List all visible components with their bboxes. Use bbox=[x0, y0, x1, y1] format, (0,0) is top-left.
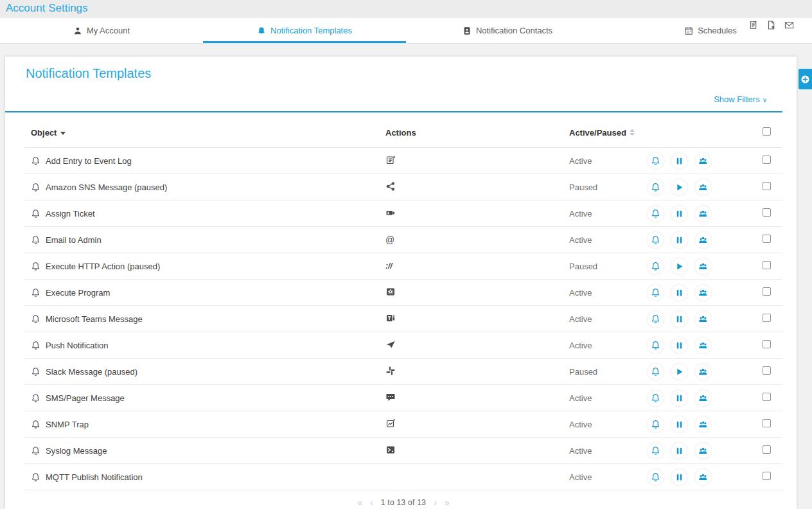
used-by-button[interactable] bbox=[695, 443, 711, 459]
test-notification-button[interactable] bbox=[648, 416, 664, 433]
row-checkbox[interactable] bbox=[763, 156, 771, 164]
tab-notification-templates[interactable]: Notification Templates bbox=[203, 18, 406, 43]
column-header-active-paused[interactable]: Active/Paused bbox=[569, 128, 648, 138]
show-filters-link[interactable]: Show Filters∨ bbox=[714, 94, 767, 104]
test-notification-button[interactable] bbox=[648, 179, 664, 195]
notes-icon[interactable] bbox=[748, 20, 758, 30]
add-template-button[interactable] bbox=[799, 69, 812, 89]
row-checkbox[interactable] bbox=[763, 445, 771, 454]
test-notification-button[interactable] bbox=[648, 232, 664, 248]
test-notification-button[interactable] bbox=[648, 153, 664, 169]
pause-button[interactable] bbox=[671, 469, 687, 485]
template-link[interactable]: SNMP Trap bbox=[24, 420, 385, 429]
teams-icon bbox=[385, 313, 396, 323]
row-checkbox[interactable] bbox=[763, 235, 771, 243]
row-checkbox[interactable] bbox=[763, 287, 771, 296]
last-page-button[interactable]: » bbox=[445, 497, 450, 508]
column-header-object[interactable]: Object bbox=[24, 128, 385, 138]
used-by-button[interactable] bbox=[695, 153, 711, 169]
template-link[interactable]: Execute Program bbox=[24, 288, 385, 298]
column-header-actions[interactable]: Actions bbox=[385, 128, 569, 138]
action-type-icon bbox=[385, 471, 396, 481]
template-link[interactable]: Add Entry to Event Log bbox=[24, 156, 385, 166]
status-text: Active bbox=[569, 420, 648, 429]
test-notification-button[interactable] bbox=[648, 337, 664, 353]
file-add-icon[interactable] bbox=[766, 20, 776, 30]
sort-both-icon bbox=[630, 129, 635, 136]
test-notification-button[interactable] bbox=[648, 258, 664, 274]
table-row: Add Entry to Event Log Active bbox=[24, 148, 782, 174]
template-link[interactable]: SMS/Pager Message bbox=[24, 393, 385, 403]
pause-button[interactable] bbox=[671, 311, 687, 327]
table-row: Syslog Message Active bbox=[24, 438, 782, 464]
row-checkbox[interactable] bbox=[763, 182, 771, 190]
template-link[interactable]: MQTT Publish Notification bbox=[24, 472, 385, 482]
used-by-button[interactable] bbox=[695, 232, 711, 248]
table-row: Push Notification Active bbox=[24, 332, 782, 359]
test-notification-button[interactable] bbox=[648, 390, 664, 406]
used-by-button[interactable] bbox=[695, 416, 711, 433]
pause-button[interactable] bbox=[671, 153, 687, 169]
used-by-button[interactable] bbox=[695, 179, 711, 195]
tab-my-account[interactable]: My Account bbox=[0, 18, 203, 43]
template-link[interactable]: Syslog Message bbox=[24, 446, 385, 456]
bell-outline-icon bbox=[31, 393, 40, 403]
template-link[interactable]: Amazon SNS Message (paused) bbox=[24, 183, 385, 192]
pause-button[interactable] bbox=[671, 206, 687, 222]
tab-notification-contacts[interactable]: Notification Contacts bbox=[406, 18, 609, 43]
template-link[interactable]: Microsoft Teams Message bbox=[24, 314, 385, 324]
pause-button[interactable] bbox=[671, 443, 687, 459]
used-by-button[interactable] bbox=[695, 469, 711, 485]
row-label: Slack Message (paused) bbox=[46, 367, 137, 377]
test-notification-button[interactable] bbox=[648, 469, 664, 485]
template-link[interactable]: Slack Message (paused) bbox=[24, 367, 385, 377]
row-checkbox[interactable] bbox=[763, 472, 771, 480]
row-checkbox[interactable] bbox=[763, 393, 771, 401]
row-checkbox[interactable] bbox=[763, 340, 771, 348]
row-checkbox[interactable] bbox=[763, 261, 771, 269]
resume-button[interactable] bbox=[671, 179, 687, 195]
pause-button[interactable] bbox=[671, 416, 687, 433]
row-checkbox[interactable] bbox=[763, 208, 771, 217]
row-checkbox[interactable] bbox=[763, 366, 771, 375]
used-by-button[interactable] bbox=[695, 311, 711, 327]
user-icon bbox=[73, 26, 82, 35]
pagination-label: 1 to 13 of 13 bbox=[381, 498, 427, 507]
used-by-button[interactable] bbox=[695, 258, 711, 274]
pause-button[interactable] bbox=[671, 390, 687, 406]
row-checkbox[interactable] bbox=[763, 419, 771, 427]
used-by-button[interactable] bbox=[695, 337, 711, 353]
pause-button[interactable] bbox=[671, 285, 687, 301]
template-link[interactable]: Assign Ticket bbox=[24, 209, 385, 219]
resume-button[interactable] bbox=[671, 258, 687, 274]
row-label: Amazon SNS Message (paused) bbox=[46, 183, 167, 192]
status-text: Paused bbox=[569, 262, 648, 271]
test-notification-button[interactable] bbox=[648, 285, 664, 301]
bell-outline-icon bbox=[31, 472, 40, 482]
table-row: Assign Ticket Active bbox=[24, 201, 782, 227]
used-by-button[interactable] bbox=[695, 364, 711, 380]
test-notification-button[interactable] bbox=[648, 311, 664, 327]
used-by-button[interactable] bbox=[695, 390, 711, 406]
template-link[interactable]: Push Notification bbox=[24, 341, 385, 350]
next-page-button[interactable]: › bbox=[434, 497, 437, 508]
used-by-button[interactable] bbox=[695, 206, 711, 222]
used-by-button[interactable] bbox=[695, 285, 711, 301]
status-text: Active bbox=[569, 235, 648, 245]
test-notification-button[interactable] bbox=[648, 364, 664, 380]
table-row: Email to Admin @ Active bbox=[24, 227, 782, 253]
row-checkbox[interactable] bbox=[763, 314, 771, 322]
prev-page-button[interactable]: ‹ bbox=[370, 497, 373, 508]
pause-button[interactable] bbox=[671, 337, 687, 353]
select-all-checkbox[interactable] bbox=[763, 127, 771, 136]
bell-outline-icon bbox=[31, 262, 40, 271]
test-notification-button[interactable] bbox=[648, 206, 664, 222]
envelope-icon[interactable] bbox=[784, 20, 794, 30]
template-link[interactable]: Execute HTTP Action (paused) bbox=[24, 262, 385, 271]
first-page-button[interactable]: « bbox=[357, 497, 362, 508]
test-notification-button[interactable] bbox=[648, 443, 664, 459]
template-link[interactable]: Email to Admin bbox=[24, 235, 385, 245]
resume-button[interactable] bbox=[671, 364, 687, 380]
header-quick-icons bbox=[748, 20, 794, 30]
pause-button[interactable] bbox=[671, 232, 687, 248]
